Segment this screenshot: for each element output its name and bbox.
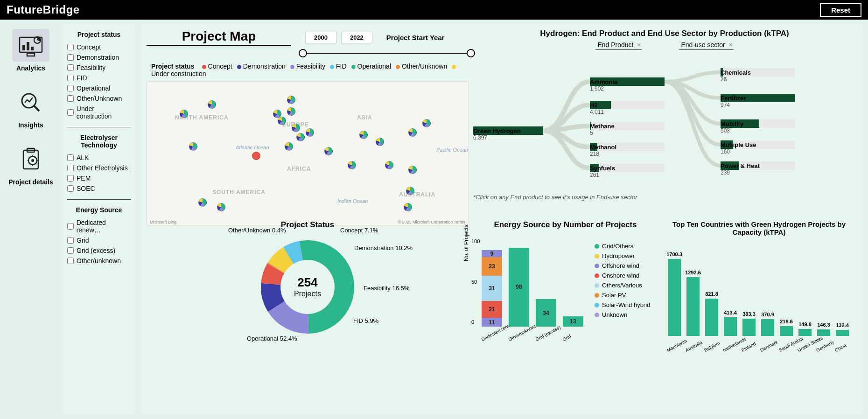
checkbox[interactable]	[67, 44, 74, 50]
country-bar[interactable]	[761, 319, 774, 336]
year-from-box[interactable]: 2000	[305, 32, 336, 43]
map-marker[interactable]	[252, 152, 260, 160]
nav-item-project-details[interactable]: Project details	[4, 143, 58, 186]
map-marker[interactable]	[180, 110, 188, 118]
checkbox[interactable]	[67, 109, 74, 116]
filter-option[interactable]: Operational	[67, 83, 131, 93]
sankey-node[interactable]: Fertilizer974	[721, 95, 746, 108]
map-marker[interactable]	[376, 138, 384, 146]
sankey-head-use[interactable]: End-use sector	[679, 41, 733, 50]
checkbox[interactable]	[67, 75, 74, 81]
sankey-node[interactable]: Chemicals26	[721, 69, 751, 83]
map-marker[interactable]	[287, 96, 295, 104]
filter-option[interactable]: Other/unknown	[67, 256, 131, 266]
map-marker[interactable]	[285, 142, 293, 151]
filter-option[interactable]: Feasibility	[67, 63, 131, 73]
map-marker[interactable]	[306, 128, 314, 137]
map-marker[interactable]	[278, 117, 286, 125]
sankey-node[interactable]: Multiple Use160	[721, 141, 756, 155]
sankey-node[interactable]: Ammonia1,902	[590, 78, 617, 92]
filter-option[interactable]: Grid	[67, 235, 131, 245]
countries-chart[interactable]: 1700.3Mauritania1292.6Australia821.8Belg…	[662, 240, 856, 352]
dashboard-main: Project Map 2000 2022 Project Start Year…	[140, 24, 864, 414]
checkbox[interactable]	[67, 95, 74, 102]
country-bar[interactable]	[686, 277, 700, 336]
country-bar[interactable]	[668, 259, 681, 336]
energy-bar[interactable]: 98	[509, 248, 529, 327]
checkbox[interactable]	[67, 175, 74, 182]
map-marker[interactable]	[408, 166, 417, 174]
country-bar[interactable]	[798, 329, 812, 336]
map-marker[interactable]	[406, 187, 414, 195]
energy-bar[interactable]: 34	[536, 299, 556, 327]
map-marker[interactable]	[217, 203, 225, 211]
country-bar[interactable]	[780, 326, 793, 336]
nav-item-insights[interactable]: Insights	[4, 86, 58, 129]
donut-chart[interactable]: 254 Projects Other/Unknown 0.4%Concept 7…	[242, 233, 373, 345]
map-marker[interactable]	[296, 133, 305, 141]
country-bar[interactable]	[724, 317, 737, 336]
checkbox[interactable]	[67, 54, 74, 61]
filter-option[interactable]: Grid (excess)	[67, 245, 131, 256]
nav-item-analytics[interactable]: Analytics	[4, 29, 58, 72]
reset-button[interactable]: Reset	[820, 3, 861, 17]
sankey-node[interactable]: Power & Heat239	[721, 162, 760, 176]
checkbox[interactable]	[67, 165, 74, 171]
checkbox[interactable]	[67, 247, 74, 254]
checkbox[interactable]	[67, 185, 74, 192]
checkbox[interactable]	[67, 85, 74, 91]
map-marker[interactable]	[359, 131, 368, 139]
sankey-node[interactable]: Methanol218	[590, 144, 616, 157]
analytics-icon	[12, 29, 49, 62]
country-bar[interactable]	[742, 319, 756, 336]
filter-option[interactable]: Other Electrolysis	[67, 163, 131, 173]
sankey-chart[interactable]: Green Hydrogen6,397Ammonia1,902H24,011Me…	[473, 56, 856, 192]
map-marker[interactable]	[404, 203, 412, 211]
map-marker[interactable]	[324, 147, 333, 155]
map-marker[interactable]	[198, 198, 207, 207]
energy-bar[interactable]: 13	[563, 316, 583, 327]
year-slider[interactable]	[301, 48, 473, 59]
filter-option[interactable]: Demonstration	[67, 52, 131, 63]
countries-card: Top Ten Countries with Green Hydrogen Pr…	[662, 220, 856, 410]
country-bar[interactable]	[705, 299, 718, 336]
map-marker[interactable]	[408, 128, 417, 137]
filter-option[interactable]: Dedicated renew…	[67, 217, 131, 235]
filter-option[interactable]: ALK	[67, 153, 131, 163]
sankey-head-product[interactable]: End Product	[595, 41, 642, 50]
sankey-node[interactable]: H24,011	[590, 102, 604, 115]
map-marker[interactable]	[385, 161, 393, 169]
energy-bar[interactable]: 923312111	[482, 250, 502, 327]
project-map-title: Project Map	[147, 29, 291, 44]
filter-option[interactable]: Other/Unknown	[67, 93, 131, 104]
sankey-node[interactable]: Methane5	[590, 123, 615, 136]
filter-option[interactable]: PEM	[67, 173, 131, 183]
filter-option[interactable]: SOEC	[67, 183, 131, 194]
project-details-icon	[12, 143, 49, 175]
country-bar[interactable]	[836, 330, 849, 336]
map-marker[interactable]	[292, 124, 300, 132]
energy-chart[interactable]: No. of Projects 050100923312111Dedicated…	[473, 233, 590, 341]
checkbox[interactable]	[67, 237, 74, 244]
sankey-node[interactable]: Green Hydrogen6,397	[473, 127, 521, 141]
country-bar[interactable]	[817, 329, 830, 336]
checkbox[interactable]	[67, 223, 74, 230]
filter-option[interactable]: FID	[67, 73, 131, 83]
map-marker[interactable]	[348, 161, 356, 169]
sankey-node[interactable]: Mobility503	[721, 120, 743, 134]
year-to-box[interactable]: 2022	[341, 32, 372, 43]
checkbox[interactable]	[67, 154, 74, 161]
donut-label: FID 5.9%	[353, 317, 378, 324]
sankey-node[interactable]: Synfuels261	[590, 165, 615, 178]
map-marker[interactable]	[189, 142, 197, 151]
world-map[interactable]: Microsoft Bing © 2023 Microsoft Corporat…	[147, 81, 469, 226]
map-marker[interactable]	[208, 100, 216, 109]
filter-option[interactable]: Concept	[67, 42, 131, 52]
donut-label: Other/Unknown 0.4%	[228, 227, 286, 234]
slider-knob-start[interactable]	[299, 49, 307, 57]
checkbox[interactable]	[67, 258, 74, 264]
filter-option[interactable]: Under construction	[67, 104, 131, 121]
map-marker[interactable]	[287, 107, 295, 116]
map-marker[interactable]	[422, 119, 431, 127]
checkbox[interactable]	[67, 64, 74, 71]
